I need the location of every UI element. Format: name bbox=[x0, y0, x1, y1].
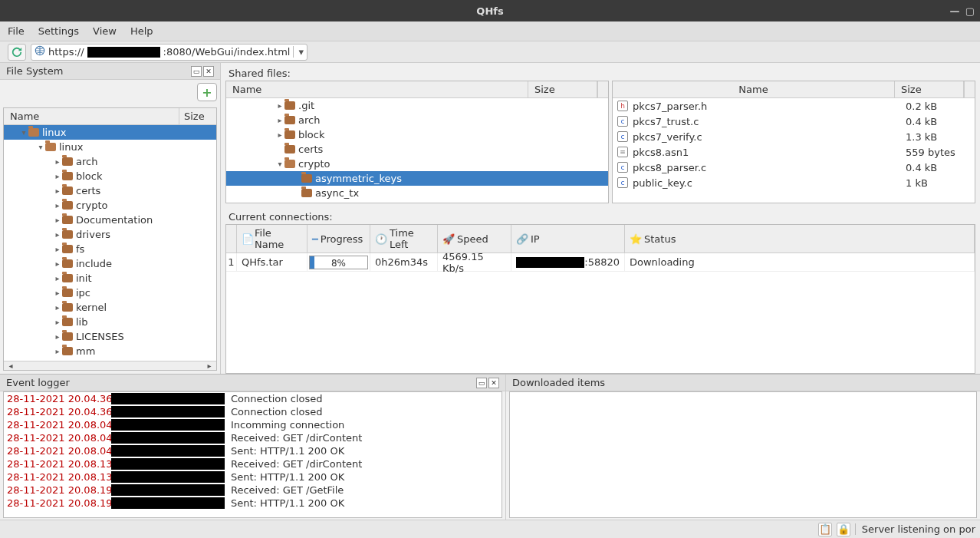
log-close-button[interactable]: ✕ bbox=[488, 378, 499, 388]
fs-tree-row[interactable]: ▸include bbox=[4, 256, 216, 271]
shared-tree-row[interactable]: asymmetric_keys bbox=[226, 171, 608, 186]
log-row: 28-11-2021 20.08.13Received: GET /dirCon… bbox=[4, 457, 502, 470]
url-suffix: :8080/WebGui/index.html bbox=[163, 46, 291, 58]
shared-col-size[interactable]: Size bbox=[528, 81, 597, 97]
connections-table[interactable]: 📄 File Name ━ Progress 🕐 Time Left 🚀 Spe… bbox=[225, 224, 975, 374]
shared-tree-row[interactable]: ▸block bbox=[226, 127, 608, 142]
url-bar[interactable]: https:// :8080/WebGui/index.html ▾ bbox=[31, 44, 307, 61]
shared-tree[interactable]: Name Size ▸.git▸arch▸blockcerts▾cryptoas… bbox=[225, 81, 609, 203]
log-row: 28-11-2021 20.08.04Incomming connection bbox=[4, 418, 502, 431]
fs-tree-row[interactable]: ▸LICENSES bbox=[4, 329, 216, 344]
file-row[interactable]: hpkcs7_parser.h0.2 kB bbox=[613, 98, 975, 114]
clock-icon: 🕐 bbox=[375, 233, 387, 245]
fs-tree-row[interactable]: ▸drivers bbox=[4, 227, 216, 242]
status-text: Server listening on por bbox=[855, 523, 975, 535]
event-log-title: Event logger bbox=[6, 377, 70, 388]
conn-col-status[interactable]: ⭐ Status bbox=[625, 225, 975, 252]
shared-tree-row[interactable]: ▸arch bbox=[226, 113, 608, 127]
fs-tree-row[interactable]: ▸fs bbox=[4, 242, 216, 256]
file-row[interactable]: cpkcs7_verify.c1.3 kB bbox=[613, 129, 975, 144]
log-detach-button[interactable]: ▭ bbox=[476, 378, 487, 388]
fs-tree-row[interactable]: ▾linux bbox=[4, 125, 216, 140]
fs-tree-row[interactable]: ▸lib bbox=[4, 315, 216, 329]
right-panel: Shared files: Name Size ▸.git▸arch▸block… bbox=[221, 63, 980, 374]
window-titlebar: QHfs — ▢ bbox=[0, 0, 980, 21]
files-col-size[interactable]: Size bbox=[895, 81, 964, 97]
fs-tree-row[interactable]: ▾linux bbox=[4, 140, 216, 154]
fs-col-size[interactable]: Size bbox=[179, 108, 216, 124]
log-row: 28-11-2021 20.08.13Sent: HTTP/1.1 200 OK bbox=[4, 470, 502, 484]
minimize-button[interactable]: — bbox=[949, 5, 960, 16]
shared-tree-row[interactable]: ▸.git bbox=[226, 98, 608, 113]
file-row[interactable]: ≡pkcs8.asn1559 bytes bbox=[613, 144, 975, 160]
menu-file[interactable]: File bbox=[8, 25, 25, 37]
globe-icon bbox=[35, 45, 45, 58]
window-title: QHfs bbox=[476, 5, 503, 17]
conn-col-num[interactable] bbox=[226, 225, 237, 252]
file-row[interactable]: cpkcs7_trust.c0.4 kB bbox=[613, 114, 975, 129]
link-icon: 🔗 bbox=[516, 233, 528, 245]
menu-bar: File Settings View Help bbox=[0, 21, 980, 41]
fs-tree-row[interactable]: ▸mm bbox=[4, 344, 216, 358]
downloads-panel: Downloaded items bbox=[506, 375, 980, 520]
conn-col-ip[interactable]: 🔗 IP bbox=[511, 225, 625, 252]
fs-tree-row[interactable]: ▸kernel bbox=[4, 300, 216, 315]
filesystem-tree[interactable]: Name Size ▾linux▾linux▸arch▸block▸certs▸… bbox=[3, 107, 217, 371]
url-prefix: https:// bbox=[48, 46, 84, 58]
menu-help[interactable]: Help bbox=[130, 25, 153, 37]
status-bar: 📋 🔒 Server listening on por bbox=[0, 520, 980, 538]
files-col-name[interactable]: Name bbox=[613, 81, 895, 97]
fs-tree-row[interactable]: ▸arch bbox=[4, 154, 216, 169]
conn-col-filename[interactable]: 📄 File Name bbox=[237, 225, 307, 252]
shared-files-label: Shared files: bbox=[221, 63, 980, 81]
log-row: 28-11-2021 20.04.36Connection closed bbox=[4, 392, 502, 405]
hscroll-left[interactable]: ◂ bbox=[4, 361, 18, 370]
conn-col-timeleft[interactable]: 🕐 Time Left bbox=[370, 225, 438, 252]
add-share-button[interactable]: + bbox=[197, 83, 217, 101]
hscroll-right[interactable]: ▸ bbox=[202, 361, 216, 370]
file-list[interactable]: Name Size hpkcs7_parser.h0.2 kBcpkcs7_tr… bbox=[612, 81, 975, 203]
connections-label: Current connections: bbox=[221, 203, 980, 224]
star-icon: ⭐ bbox=[630, 233, 642, 245]
file-row[interactable]: cpublic_key.c1 kB bbox=[613, 175, 975, 190]
file-icon: 📄 bbox=[242, 233, 252, 244]
panel-close-button[interactable]: ✕ bbox=[203, 66, 214, 77]
conn-col-progress[interactable]: ━ Progress bbox=[307, 225, 370, 252]
progress-icon: ━ bbox=[312, 233, 318, 245]
file-row[interactable]: cpkcs8_parser.c0.4 kB bbox=[613, 160, 975, 175]
menu-settings[interactable]: Settings bbox=[38, 25, 79, 37]
shared-tree-row[interactable]: ▾crypto bbox=[226, 157, 608, 171]
downloads-body bbox=[509, 391, 977, 518]
url-host-redacted bbox=[87, 47, 160, 58]
shared-col-name[interactable]: Name bbox=[226, 81, 528, 97]
fs-col-name[interactable]: Name bbox=[4, 108, 179, 124]
log-row: 28-11-2021 20.08.19Sent: HTTP/1.1 200 OK bbox=[4, 497, 502, 510]
filesystem-panel: File System ▭ ✕ + Name Size ▾linux▾linux… bbox=[0, 63, 221, 374]
fs-tree-row[interactable]: ▸block bbox=[4, 169, 216, 183]
shared-tree-row[interactable]: async_tx bbox=[226, 186, 608, 200]
rocket-icon: 🚀 bbox=[442, 233, 455, 245]
status-icon-1[interactable]: 📋 bbox=[818, 523, 832, 536]
fs-tree-row[interactable]: ▸ipc bbox=[4, 286, 216, 300]
url-dropdown[interactable]: ▾ bbox=[293, 46, 304, 58]
fs-tree-row[interactable]: ▸crypto bbox=[4, 198, 216, 213]
event-log-panel: Event logger ▭ ✕ 28-11-2021 20.04.36Conn… bbox=[0, 375, 506, 520]
downloads-title: Downloaded items bbox=[512, 377, 605, 388]
shared-tree-row[interactable]: certs bbox=[226, 142, 608, 157]
filesystem-title: File System bbox=[6, 65, 63, 77]
connection-row[interactable]: 1 QHfs.tar 8% 0h26m34s 4569.15 Kb/s :588… bbox=[226, 253, 975, 272]
maximize-button[interactable]: ▢ bbox=[965, 5, 975, 16]
refresh-button[interactable] bbox=[8, 44, 26, 61]
log-row: 28-11-2021 20.08.04Sent: HTTP/1.1 200 OK bbox=[4, 444, 502, 457]
lock-icon[interactable]: 🔒 bbox=[837, 523, 850, 536]
menu-view[interactable]: View bbox=[93, 25, 117, 37]
log-row: 28-11-2021 20.04.36Connection closed bbox=[4, 405, 502, 418]
log-row: 28-11-2021 20.08.04Received: GET /dirCon… bbox=[4, 431, 502, 444]
fs-tree-row[interactable]: ▸certs bbox=[4, 183, 216, 198]
panel-detach-button[interactable]: ▭ bbox=[191, 66, 202, 77]
filesystem-header: File System ▭ ✕ bbox=[0, 63, 220, 80]
conn-col-speed[interactable]: 🚀 Speed bbox=[438, 225, 511, 252]
log-row: 28-11-2021 20.08.19Received: GET /GetFil… bbox=[4, 484, 502, 497]
fs-tree-row[interactable]: ▸init bbox=[4, 271, 216, 286]
fs-tree-row[interactable]: ▸Documentation bbox=[4, 213, 216, 227]
